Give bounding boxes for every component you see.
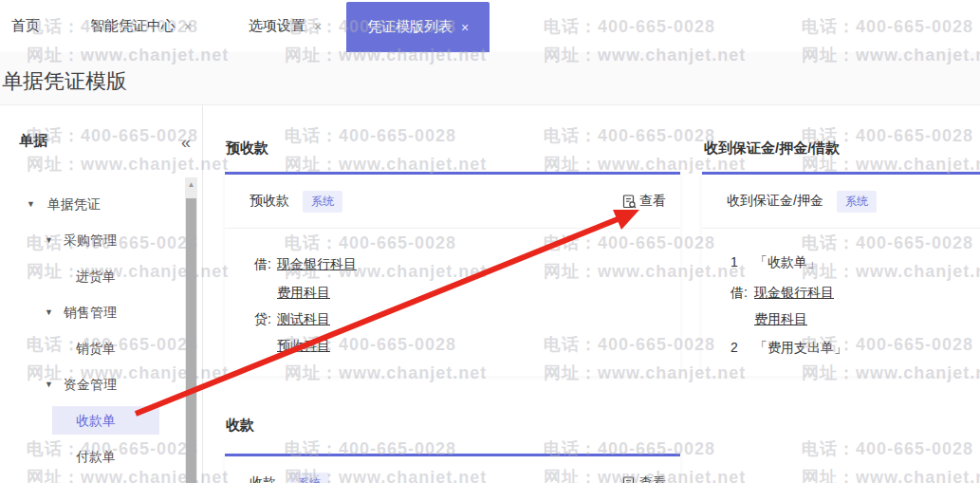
- sidebar-item-8[interactable]: 其他收入单: [0, 477, 185, 483]
- tab-label: 凭证模版列表: [367, 18, 453, 36]
- view-label: 查看: [639, 193, 666, 210]
- account-link[interactable]: 预收科目: [277, 338, 330, 355]
- sidebar-item-6[interactable]: 收款单: [0, 405, 185, 436]
- tree-item-label: 单据凭证: [47, 189, 101, 219]
- page-header: 单据凭证模版: [0, 52, 980, 104]
- tab-voucher-template-list[interactable]: 凭证模版列表 ×: [346, 2, 490, 52]
- tab-home[interactable]: 首页: [11, 0, 40, 52]
- entry-prefix: 借:: [730, 285, 748, 302]
- template-name: 收到保证金/押金: [727, 193, 823, 210]
- view-label: 查看: [639, 474, 666, 483]
- document-ref: 「收款单」: [754, 254, 821, 271]
- template-name: 收款: [250, 474, 276, 483]
- tree-item-label: 付款单: [76, 441, 116, 472]
- close-tab-icon[interactable]: ×: [461, 20, 469, 35]
- card-header: 预收款 系统 查看: [225, 175, 680, 229]
- tree-expand-icon[interactable]: ▼: [45, 297, 53, 327]
- section-title-deposit-received: 收到保证金/押金/借款: [704, 139, 840, 158]
- tree-expand-icon[interactable]: ▼: [45, 225, 53, 255]
- system-badge: 系统: [289, 473, 329, 483]
- card-header: 收到保证金/押金 系统: [702, 175, 980, 229]
- system-badge: 系统: [837, 191, 877, 213]
- tab-label: 首页: [11, 17, 40, 35]
- close-tab-icon[interactable]: ×: [314, 19, 322, 34]
- section-title-advance-receipt: 预收款: [226, 139, 268, 158]
- tree-expand-icon[interactable]: ▼: [27, 189, 35, 219]
- content-area: 单据 « ▼单据凭证▼采购管理进货单▼销售管理销货单▼资金管理收款单付款单其他收…: [0, 104, 980, 483]
- view-doc-icon: [622, 195, 637, 209]
- account-link[interactable]: 现金银行科目: [754, 285, 834, 302]
- sidebar-item-2[interactable]: 进货单: [0, 261, 185, 291]
- card-header: 收款 系统 查看: [225, 456, 680, 483]
- tree-item-label: 采购管理: [64, 225, 117, 255]
- document-ref: 「费用支出单」: [754, 340, 847, 357]
- tree-item-label: 销售管理: [64, 297, 117, 327]
- sidebar-item-0[interactable]: ▼单据凭证: [0, 189, 185, 219]
- tree-item-label: 收款单: [76, 405, 116, 436]
- view-doc-icon: [622, 476, 637, 483]
- tree-item-label: 其他收入单: [76, 477, 142, 483]
- tab-label: 选项设置: [249, 17, 305, 35]
- account-link[interactable]: 现金银行科目: [277, 256, 357, 273]
- view-template-button[interactable]: 查看: [622, 193, 666, 210]
- tree-expand-icon[interactable]: ▼: [45, 369, 53, 399]
- close-tab-icon[interactable]: ×: [184, 19, 192, 34]
- tab-smart-voucher-center[interactable]: 智能凭证中心 ×: [90, 0, 192, 52]
- sidebar-item-3[interactable]: ▼销售管理: [0, 297, 185, 327]
- sidebar-item-7[interactable]: 付款单: [0, 441, 185, 472]
- tree-item-label: 销货单: [76, 333, 116, 363]
- tree-item-label: 进货单: [76, 261, 116, 291]
- sidebar-scrollbar[interactable]: ▲: [185, 177, 197, 483]
- entry-prefix: 1: [730, 254, 738, 269]
- tree-item-label: 资金管理: [64, 369, 117, 399]
- section-title-receipt: 收款: [226, 417, 254, 435]
- scroll-up-icon[interactable]: ▲: [185, 180, 197, 189]
- entry-prefix: 贷:: [254, 311, 271, 328]
- entry-prefix: 借:: [254, 256, 271, 273]
- sidebar: 单据 « ▼单据凭证▼采购管理进货单▼销售管理销货单▼资金管理收款单付款单其他收…: [0, 105, 203, 483]
- card-deposit-received: 收到保证金/押金 系统 1「收款单」借:现金银行科目费用科目2「费用支出单」: [702, 172, 980, 376]
- card-receipt: 收款 系统 查看: [225, 454, 680, 483]
- system-badge: 系统: [303, 191, 342, 213]
- tab-label: 智能凭证中心: [90, 17, 176, 35]
- page-title: 单据凭证模版: [2, 67, 127, 96]
- template-name: 预收款: [250, 193, 289, 210]
- card-advance-receipt: 预收款 系统 查看 借:现金银行科目费用科目贷:测试科目预收科目: [225, 172, 680, 376]
- account-link[interactable]: 测试科目: [277, 311, 330, 328]
- sidebar-item-5[interactable]: ▼资金管理: [0, 369, 185, 399]
- account-link[interactable]: 费用科目: [277, 285, 330, 302]
- sidebar-item-1[interactable]: ▼采购管理: [0, 225, 185, 255]
- view-template-button[interactable]: 查看: [622, 474, 666, 483]
- sidebar-item-4[interactable]: 销货单: [0, 333, 185, 363]
- account-link[interactable]: 费用科目: [754, 311, 807, 328]
- entry-prefix: 2: [730, 340, 738, 355]
- sidebar-tree: ▼单据凭证▼采购管理进货单▼销售管理销货单▼资金管理收款单付款单其他收入单: [0, 105, 185, 483]
- tab-bar: 首页 智能凭证中心 × 选项设置 × 凭证模版列表 ×: [0, 0, 980, 52]
- scrollbar-thumb[interactable]: [186, 198, 196, 483]
- tab-option-settings[interactable]: 选项设置 ×: [249, 0, 322, 52]
